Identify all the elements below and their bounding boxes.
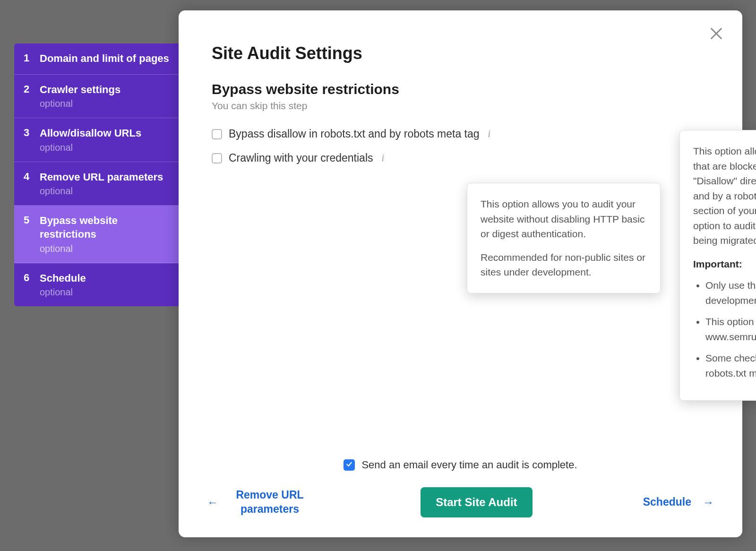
option-bypass-robots: Bypass disallow in robots.txt and by rob…	[212, 128, 709, 140]
check-icon	[345, 460, 353, 470]
step-bypass-restrictions[interactable]: 5 Bypass website restrictions optional	[14, 206, 180, 263]
tooltip-credentials: This option allows you to audit your web…	[467, 183, 661, 293]
step-schedule[interactable]: 6 Schedule optional	[14, 263, 180, 307]
info-icon[interactable]: i	[486, 129, 493, 139]
info-icon[interactable]: i	[380, 153, 387, 164]
dialog-title: Site Audit Settings	[212, 43, 709, 63]
step-number: 6	[24, 272, 40, 284]
footer-nav: ← Remove URL parameters Start Site Audit…	[207, 487, 714, 517]
next-link[interactable]: Schedule →	[643, 495, 714, 509]
checkbox-email-notify[interactable]	[344, 459, 355, 471]
step-title: Allow/disallow URLs	[40, 127, 170, 140]
step-optional-label: optional	[40, 287, 170, 298]
arrow-right-icon: →	[703, 495, 714, 509]
step-optional-label: optional	[40, 186, 170, 197]
step-domain-limit[interactable]: 1 Domain and limit of pages	[14, 43, 180, 75]
step-title: Crawler settings	[40, 83, 170, 97]
close-button[interactable]	[708, 26, 724, 42]
step-crawler-settings[interactable]: 2 Crawler settings optional	[14, 75, 180, 119]
section-title: Bypass website restrictions	[212, 81, 709, 97]
tooltip-robots: This option allows you to audit pages th…	[679, 130, 756, 401]
close-icon	[708, 35, 724, 43]
step-number: 5	[24, 214, 40, 226]
step-optional-label: optional	[40, 98, 170, 109]
step-title: Bypass website restrictions	[40, 214, 170, 241]
email-notify-label: Send an email every time an audit is com…	[361, 459, 577, 471]
email-notify-row: Send an email every time an audit is com…	[207, 459, 714, 471]
tooltip-text: Recommended for non-public sites or site…	[481, 250, 650, 280]
checkbox-bypass-robots[interactable]	[212, 129, 222, 139]
next-link-label: Schedule	[643, 495, 691, 509]
tooltip-bullet: Only use this option for sites under dev…	[705, 278, 756, 308]
step-optional-label: optional	[40, 142, 170, 153]
checkbox-crawl-credentials[interactable]	[212, 153, 222, 164]
step-title: Remove URL parameters	[40, 171, 170, 184]
step-number: 1	[24, 52, 40, 64]
step-allow-disallow-urls[interactable]: 3 Allow/disallow URLs optional	[14, 118, 180, 162]
step-optional-label: optional	[40, 243, 170, 254]
dialog-footer: Send an email every time an audit is com…	[207, 459, 714, 517]
tooltip-text: This option allows you to audit pages th…	[693, 144, 756, 248]
option-label: Crawling with your credentials	[229, 152, 373, 164]
wizard-sidebar: 1 Domain and limit of pages 2 Crawler se…	[14, 43, 180, 306]
tooltip-bullet: Some checks regarding your robots.txt ma…	[705, 351, 756, 380]
section-subtitle: You can skip this step	[212, 100, 709, 112]
step-title: Domain and limit of pages	[40, 52, 170, 66]
arrow-left-icon: ←	[207, 495, 218, 509]
tooltip-text: This option allows you to audit your web…	[481, 197, 650, 241]
step-number: 4	[24, 171, 40, 183]
step-number: 3	[24, 127, 40, 139]
start-audit-button[interactable]: Start Site Audit	[421, 487, 532, 517]
option-label: Bypass disallow in robots.txt and by rob…	[229, 128, 480, 140]
tooltip-bullet-list: Only use this option for sites under dev…	[693, 278, 756, 380]
back-link[interactable]: ← Remove URL parameters	[207, 488, 310, 517]
settings-dialog: Site Audit Settings Bypass website restr…	[179, 10, 742, 537]
step-remove-url-parameters[interactable]: 4 Remove URL parameters optional	[14, 162, 180, 206]
option-crawl-credentials: Crawling with your credentials i	[212, 152, 709, 164]
tooltip-important-label: Important:	[693, 257, 756, 272]
step-title: Schedule	[40, 272, 170, 285]
tooltip-bullet: This option will affect all www.semrush.…	[705, 314, 756, 344]
step-number: 2	[24, 83, 40, 95]
back-link-label: Remove URL parameters	[230, 488, 310, 517]
